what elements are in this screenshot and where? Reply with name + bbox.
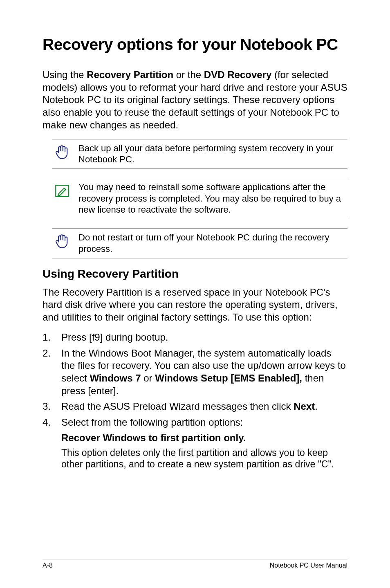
recovery-partition-description: The Recovery Partition is a reserved spa… — [43, 286, 347, 324]
step-4: Select from the following partition opti… — [43, 416, 347, 429]
intro-mid: or the — [173, 69, 204, 80]
step-3-pre: Read the ASUS Preload Wizard messages th… — [61, 401, 294, 412]
hand-stop-icon — [52, 143, 72, 161]
step-2-mid: or — [141, 373, 155, 384]
step-3: Read the ASUS Preload Wizard messages th… — [43, 400, 347, 413]
note-backup-text: Back up all your data before performing … — [72, 143, 347, 165]
intro-paragraph: Using the Recovery Partition or the DVD … — [43, 69, 347, 132]
note-pencil-icon — [52, 182, 72, 200]
step-3-bold: Next — [294, 401, 315, 412]
step-4-text: Select from the following partition opti… — [61, 417, 243, 428]
note-reinstall: You may need to reinstall some software … — [52, 178, 347, 219]
steps-list: Press [f9] during bootup. In the Windows… — [43, 331, 347, 429]
section-heading-recovery-partition: Using Recovery Partition — [43, 267, 347, 281]
recover-first-partition-heading: Recover Windows to first partition only. — [43, 432, 347, 444]
page-content: Recovery options for your Notebook PC Us… — [0, 0, 390, 588]
step-2-bold-1: Windows 7 — [90, 373, 141, 384]
hand-stop-icon — [52, 232, 72, 250]
page-footer: A-8 Notebook PC User Manual — [43, 559, 347, 569]
step-2-bold-2: Windows Setup [EMS Enabled], — [155, 373, 302, 384]
manual-title: Notebook PC User Manual — [270, 562, 347, 569]
intro-bold-1: Recovery Partition — [87, 69, 173, 80]
page-number: A-8 — [43, 562, 53, 569]
step-2: In the Windows Boot Manager, the system … — [43, 347, 347, 397]
recover-first-partition-body: This option deletes only the first parti… — [43, 447, 347, 470]
step-1: Press [f9] during bootup. — [43, 331, 347, 344]
page-title: Recovery options for your Notebook PC — [43, 35, 347, 54]
svg-rect-0 — [56, 185, 69, 197]
intro-bold-2: DVD Recovery — [204, 69, 271, 80]
note-backup: Back up all your data before performing … — [52, 139, 347, 169]
note-reinstall-text: You may need to reinstall some software … — [72, 182, 347, 215]
note-do-not-restart: Do not restart or turn off your Notebook… — [52, 228, 347, 258]
step-3-post: . — [315, 401, 318, 412]
intro-pre: Using the — [43, 69, 87, 80]
note-do-not-restart-text: Do not restart or turn off your Notebook… — [72, 232, 347, 254]
step-1-text: Press [f9] during bootup. — [61, 332, 168, 343]
